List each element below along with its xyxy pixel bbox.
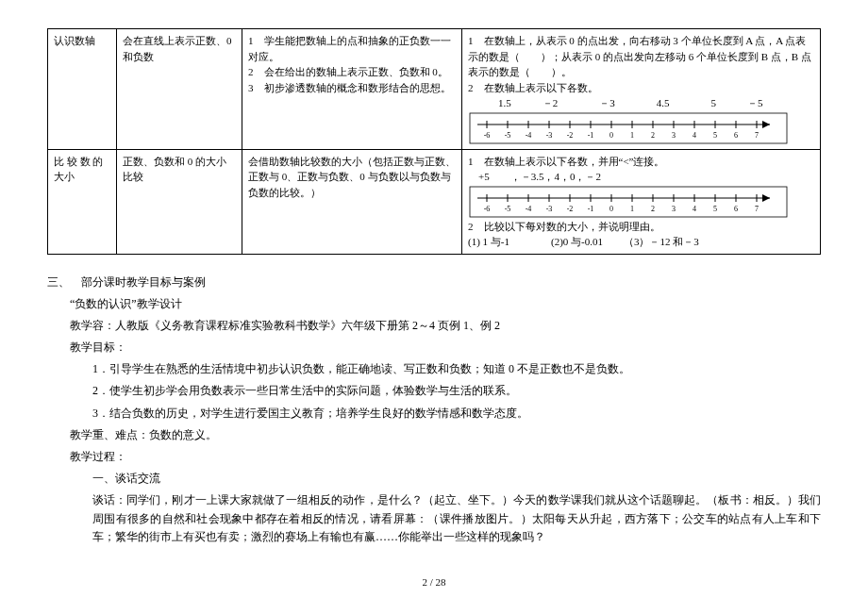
svg-text:5: 5 xyxy=(713,205,717,213)
objective-line: 3 初步渗透数轴的概念和数形结合的思想。 xyxy=(248,80,456,96)
section-heading: 三、 部分课时教学目标与案例 xyxy=(47,274,821,291)
cell-objectives: 1 学生能把数轴上的点和抽象的正负数一一对应。 2 会在给出的数轴上表示正数、负… xyxy=(242,29,462,150)
svg-text:0: 0 xyxy=(609,205,613,213)
svg-text:-5: -5 xyxy=(505,205,511,213)
materials-line: 教学容：人教版《义务教育课程标准实验教科书数学》六年级下册第 2～4 页例 1、… xyxy=(70,317,821,335)
design-title: “负数的认识”教学设计 xyxy=(70,295,821,313)
exercise-nums: +5 ，－3.5，4，0，－2 xyxy=(468,169,814,185)
cell-objectives: 会借助数轴比较数的大小（包括正数与正数、正数与 0、正数与负数、0 与负数以与负… xyxy=(242,149,462,254)
svg-text:2: 2 xyxy=(651,131,655,140)
svg-marker-33 xyxy=(762,194,770,202)
exercise-line: 1 在数轴上，从表示 0 的点出发，向右移动 3 个单位长度到 A 点，A 点表… xyxy=(468,33,814,80)
svg-rect-31 xyxy=(470,187,787,217)
goal-item: 2．使学生初步学会用负数表示一些日常生活中的实际问题，体验数学与生活的联系。 xyxy=(92,382,821,400)
svg-text:3: 3 xyxy=(672,205,676,213)
table-row: 认识数轴 会在直线上表示正数、0 和负数 1 学生能把数轴上的点和抽象的正负数一… xyxy=(48,29,821,150)
cell-topic: 认识数轴 xyxy=(48,29,117,150)
talk-paragraph: 谈话：同学们，刚才一上课大家就做了一组相反的动作，是什么？（起立、坐下。）今天的… xyxy=(92,491,821,546)
svg-text:0: 0 xyxy=(609,131,613,140)
goals-title: 教学目标： xyxy=(70,339,821,357)
cell-skill: 会在直线上表示正数、0 和负数 xyxy=(117,29,242,150)
cell-exercises: 1 在数轴上，从表示 0 的点出发，向右移动 3 个单位长度到 A 点，A 点表… xyxy=(462,29,821,150)
objective-line: 1 学生能把数轴上的点和抽象的正负数一一对应。 xyxy=(248,33,456,64)
exercise-nums: 1.5 －2 －3 4.5 5 －5 xyxy=(477,95,814,111)
cell-skill: 正数、负数和 0 的大小比较 xyxy=(117,149,242,254)
cell-topic: 比 较 数 的大小 xyxy=(48,149,117,254)
svg-text:1: 1 xyxy=(630,205,634,213)
svg-text:4: 4 xyxy=(693,131,696,140)
svg-text:6: 6 xyxy=(734,131,738,140)
svg-text:-6: -6 xyxy=(484,205,491,213)
svg-text:2: 2 xyxy=(651,205,655,213)
svg-text:1: 1 xyxy=(630,131,634,140)
goal-item: 1．引导学生在熟悉的生活情境中初步认识负数，能正确地读、写正数和负数；知道 0 … xyxy=(92,360,821,378)
svg-text:4: 4 xyxy=(693,205,696,213)
svg-text:7: 7 xyxy=(755,205,759,213)
number-line-icon: -6-5-4-3-2-101234567 xyxy=(468,111,789,145)
lesson-table: 认识数轴 会在直线上表示正数、0 和负数 1 学生能把数轴上的点和抽象的正负数一… xyxy=(47,28,821,255)
svg-text:-3: -3 xyxy=(546,205,553,213)
svg-text:3: 3 xyxy=(672,131,676,140)
exercise-line: (1) 1 与-1 (2)0 与-0.01 （3）－12 和－3 xyxy=(468,234,814,250)
svg-marker-2 xyxy=(762,121,770,128)
svg-text:-3: -3 xyxy=(546,131,553,140)
svg-text:-1: -1 xyxy=(588,131,594,140)
exercise-line: 2 比较以下每对数的大小，并说明理由。 xyxy=(468,219,814,235)
svg-text:-5: -5 xyxy=(505,131,511,140)
svg-text:-6: -6 xyxy=(484,131,491,140)
objective-line: 2 会在给出的数轴上表示正数、负数和 0。 xyxy=(248,64,456,80)
svg-text:7: 7 xyxy=(755,131,759,140)
process-title: 教学过程： xyxy=(70,448,821,466)
svg-text:6: 6 xyxy=(734,205,738,213)
step-heading: 一、谈话交流 xyxy=(92,470,821,488)
svg-text:5: 5 xyxy=(713,131,717,140)
exercise-line: 2 在数轴上表示以下各数。 xyxy=(468,80,814,96)
page-footer: 2 / 28 xyxy=(47,574,821,591)
key-point: 教学重、难点：负数的意义。 xyxy=(70,426,821,444)
svg-rect-0 xyxy=(470,113,787,143)
svg-text:-4: -4 xyxy=(526,131,532,140)
svg-text:-2: -2 xyxy=(567,205,574,213)
goal-item: 3．结合负数的历史，对学生进行爱国主义教育；培养学生良好的数学情感和数学态度。 xyxy=(92,405,821,423)
number-line-icon: -6-5-4-3-2-101234567 xyxy=(468,185,789,219)
exercise-line: 1 在数轴上表示以下各数，并用“<”连接。 xyxy=(468,154,814,170)
cell-exercises: 1 在数轴上表示以下各数，并用“<”连接。 +5 ，－3.5，4，0，－2 -6… xyxy=(462,149,821,254)
table-row: 比 较 数 的大小 正数、负数和 0 的大小比较 会借助数轴比较数的大小（包括正… xyxy=(48,149,821,254)
svg-text:-2: -2 xyxy=(567,131,574,140)
svg-text:-1: -1 xyxy=(588,205,594,213)
svg-text:-4: -4 xyxy=(526,205,532,213)
